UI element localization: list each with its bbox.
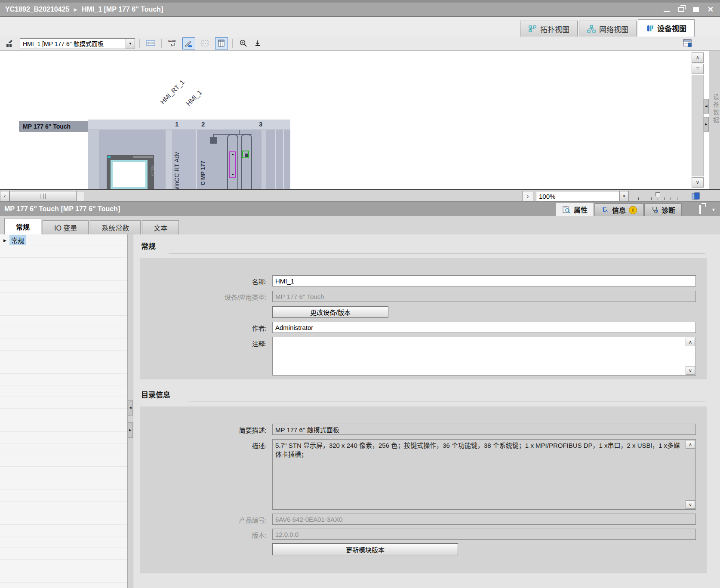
slot-divider [262,130,266,189]
mpi-connector[interactable] [210,137,217,144]
comment-textarea[interactable]: ∧ ∨ [272,337,696,376]
zoom-level-dropdown[interactable]: 100% ▼ [536,191,629,201]
device-body[interactable]: TOUCH WinCC RT Adv C MP 177 [88,130,290,189]
svg-text:NAME: NAME [168,40,176,43]
tab-diagnostics-label: 诊断 [662,205,675,215]
float-panel-button[interactable] [699,206,701,213]
tab-device-view[interactable]: 设备视图 [638,19,695,37]
splitter-collapse-left[interactable]: ◀ [128,400,133,416]
horizontal-scrollbar-thumb[interactable] [9,191,77,201]
zoom-dropdown-arrow-button[interactable]: ▼ [619,191,628,201]
slider-ticks [638,197,680,200]
canvas-vertical-scrollbar[interactable]: ∧ ≡ ∨ [692,52,704,188]
scroll-up-button[interactable]: ∧ [686,440,695,449]
panel-collapse-left-handle[interactable]: ◀ [704,99,709,114]
expand-zoom-button[interactable]: › [522,191,533,201]
splitter-collapse-right[interactable]: ▶ [128,422,133,438]
toggle-side-panel-button[interactable] [682,38,694,49]
version-input [272,529,696,540]
side-panel-tab-label[interactable]: 设备数据 [711,94,720,125]
show-labels-button[interactable]: NAME [166,37,179,49]
description-text: 5.7'' STN 显示屏，320 x 240 像素，256 色；按键式操作，3… [273,440,695,460]
nav-item-general[interactable]: ▶ 常规 [0,234,127,246]
canvas-bottom-bar: ‹ › 100% ▼ [0,189,720,201]
scroll-down-button[interactable]: ∨ [686,366,695,375]
fit-to-view-button[interactable] [690,191,702,202]
inspector-window-controls: ▼ [699,206,716,213]
device-selector-arrow-button[interactable]: ▼ [126,39,135,49]
side-panel-collapsed[interactable]: 设备数据 [709,51,720,189]
grid-button[interactable] [199,37,212,49]
scroll-down-button[interactable]: ∨ [686,500,695,509]
arrow-left-icon: ◀ [129,406,131,409]
update-module-version-button[interactable]: 更新模块版本 [272,543,458,555]
port-pin [232,154,234,155]
close-button[interactable]: × [706,6,715,13]
version-label: 版本: [142,530,267,539]
name-label: 名称: [142,277,267,286]
scroll-up-button[interactable]: ∧ [686,338,695,346]
restore-button[interactable] [677,6,686,13]
show-columns-button[interactable] [215,37,228,49]
device-name-label[interactable]: MP 177 6'' Touch [19,121,88,132]
author-label: 作者: [142,323,267,332]
chevron-down-icon: ∨ [689,368,692,373]
subtab-texts[interactable]: 文本 [142,220,179,234]
slot-divider [196,130,197,189]
scrollbar-track[interactable] [692,75,704,176]
module-label-hmi[interactable]: HMI_1 [185,89,203,107]
device-selector-dropdown[interactable]: HMI_1 [MP 177 6'' 触摸式面板 ▼ [20,38,135,49]
subtab-io-tags[interactable]: IO 变量 [43,220,89,234]
subtab-general[interactable]: 常规 [4,218,41,234]
breadcrumb: YC1892_B20210425 ▶ HMI_1 [MP 177 6'' Tou… [0,6,163,13]
minimize-button[interactable] [662,6,671,13]
window-controls: × [662,3,715,16]
toolbar-separator [139,39,140,48]
port-highlight-green[interactable] [242,151,249,158]
save-zoom-button[interactable] [253,37,262,49]
tab-topology-view[interactable]: 拓扑视图 [520,21,578,37]
tab-properties[interactable]: 属性 [556,202,594,216]
zoom-button[interactable] [237,37,250,49]
topology-icon [528,25,537,33]
tree-expand-icon[interactable]: ▶ [3,238,6,243]
change-device-button[interactable]: 更改设备/版本 [272,306,388,318]
scroll-up-button[interactable]: ∧ [692,52,704,63]
subtab-system-constants[interactable]: 系统常数 [90,220,141,234]
slot-divider [166,130,172,189]
hmi-panel-image[interactable]: TOUCH [107,155,154,189]
inspector-nav-tree: ▶ 常规 [0,234,127,588]
module-label-hmi-rt[interactable]: HMI_RT_1 [159,78,186,105]
zoom-slider[interactable] [637,191,680,201]
name-input[interactable] [272,275,696,286]
change-device-button-label: 更改设备/版本 [310,308,351,317]
chevron-down-icon: ▼ [129,42,132,46]
scroll-left-button[interactable]: ‹ [0,191,9,201]
panel-collapse-right-handle[interactable]: ▶ [704,117,709,132]
edit-mode-button[interactable] [182,37,195,49]
slot-number-1: 1 [175,120,178,128]
zoom-level-value: 100% [536,193,619,200]
subtab-texts-label: 文本 [154,222,167,233]
interface-slot-2[interactable] [241,134,252,189]
description-textarea[interactable]: 5.7'' STN 显示屏，320 x 240 像素，256 色；按键式操作，3… [272,439,696,510]
overview-button[interactable]: ≡ [692,64,704,74]
chevron-down-icon: ▼ [711,207,716,212]
tab-diagnostics[interactable]: 诊断 [644,203,682,216]
description-label: 描述: [142,441,267,450]
port-highlight-magenta[interactable] [229,151,236,178]
minimize-inspector-button[interactable]: ▼ [711,207,716,212]
device-canvas[interactable]: HMI_RT_1 HMI_1 1 2 3 TOUCH [0,51,720,189]
inspector-splitter[interactable]: ◀ ▶ [127,234,133,588]
tab-network-view[interactable]: 网络视图 [579,21,637,37]
runtime-vertical-text: WinCC RT Adv [173,152,180,189]
author-input[interactable] [272,322,696,333]
breadcrumb-project[interactable]: YC1892_B20210425 [5,6,69,13]
maximize-button[interactable] [692,6,700,13]
scroll-down-button[interactable]: ∨ [692,177,704,188]
arrow-right-icon: ▶ [705,123,707,126]
tab-info[interactable]: 信息 i [595,203,643,216]
hw-station-button[interactable] [3,37,16,49]
breadcrumb-device[interactable]: HMI_1 [MP 177 6'' Touch] [82,6,163,13]
area-width-button[interactable] [144,37,157,49]
